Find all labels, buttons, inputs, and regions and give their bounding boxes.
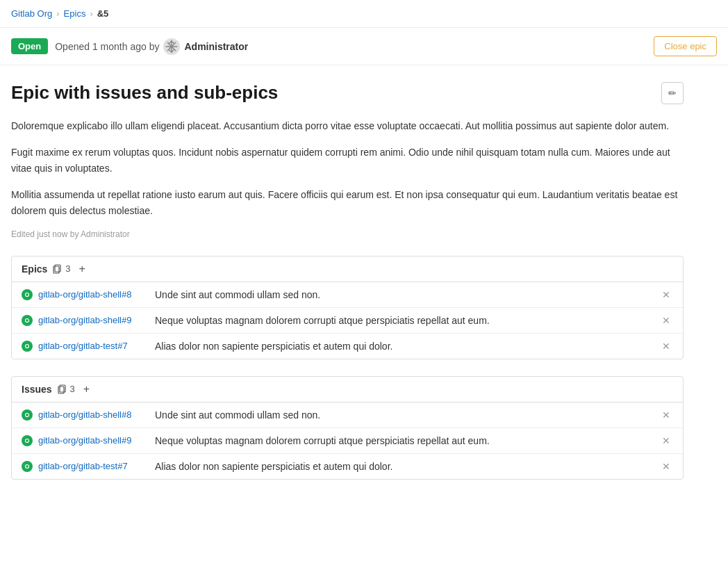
epics-count-badge: 3 [53, 263, 70, 274]
description-paragraph-3: Mollitia assumenda ut repellat ratione i… [11, 187, 684, 218]
item-ref[interactable]: gitlab-org/gitlab-shell#9 [38, 435, 149, 446]
item-status-icon [22, 435, 33, 446]
opened-text-label: Opened 1 month ago by [55, 41, 159, 52]
header-left: Open Opened 1 month ago by [11, 38, 248, 55]
svg-point-19 [24, 412, 31, 418]
svg-point-23 [24, 463, 31, 470]
opened-meta: Opened 1 month ago by [55, 38, 248, 55]
epic-title: Epic with issues and sub-epics [11, 82, 278, 104]
svg-point-21 [24, 437, 31, 444]
item-title: Neque voluptas magnam dolorem corrupti a… [155, 315, 654, 326]
add-epic-button[interactable]: + [76, 263, 88, 275]
remove-item-button[interactable]: ✕ [659, 409, 673, 421]
list-item: gitlab-org/gitlab-shell#9 Neque voluptas… [12, 428, 683, 454]
item-ref[interactable]: gitlab-org/gitlab-shell#9 [38, 315, 149, 325]
breadcrumb-gitlab-org[interactable]: Gitlab Org [11, 8, 52, 19]
description-paragraph-2: Fugit maxime ex rerum voluptas quos. Inc… [11, 145, 684, 176]
item-status-icon [22, 461, 33, 472]
copy-icon [58, 384, 67, 394]
list-item: gitlab-org/gitlab-shell#9 Neque voluptas… [12, 308, 683, 334]
item-status-icon [22, 289, 33, 300]
author-name: Administrator [184, 41, 248, 52]
issues-section: Issues 3 + gitlab-org/gitlab-shell# [11, 376, 684, 480]
item-status-icon [22, 341, 33, 352]
issues-section-header: Issues 3 + [12, 377, 683, 402]
list-item: gitlab-org/gitlab-test#7 Alias dolor non… [12, 334, 683, 359]
remove-item-button[interactable]: ✕ [659, 461, 673, 472]
issues-count: 3 [70, 384, 75, 394]
item-ref[interactable]: gitlab-org/gitlab-shell#8 [38, 409, 149, 420]
item-title: Unde sint aut commodi ullam sed non. [155, 409, 654, 421]
remove-item-button[interactable]: ✕ [659, 341, 673, 352]
epic-title-row: Epic with issues and sub-epics ✏ [11, 82, 684, 104]
close-epic-button[interactable]: Close epic [654, 36, 717, 56]
item-status-icon [22, 409, 33, 421]
edit-button[interactable]: ✏ [661, 82, 684, 104]
item-ref[interactable]: gitlab-org/gitlab-test#7 [38, 341, 149, 351]
svg-point-13 [24, 317, 31, 324]
item-title: Alias dolor non sapiente perspiciatis et… [155, 461, 654, 472]
breadcrumb: Gitlab Org › Epics › &5 [0, 0, 728, 28]
breadcrumb-epics[interactable]: Epics [64, 8, 86, 19]
avatar [163, 38, 180, 55]
open-badge: Open [11, 38, 48, 54]
header-bar: Open Opened 1 month ago by [0, 28, 728, 65]
item-ref[interactable]: gitlab-org/gitlab-shell#8 [38, 289, 149, 300]
epics-section: Epics 3 + gitlab-org/gitlab-shell#8 [11, 256, 684, 359]
svg-point-11 [24, 291, 31, 298]
breadcrumb-sep-2: › [90, 8, 92, 19]
item-ref[interactable]: gitlab-org/gitlab-test#7 [38, 461, 149, 471]
list-item: gitlab-org/gitlab-shell#8 Unde sint aut … [12, 402, 683, 428]
issues-list: gitlab-org/gitlab-shell#8 Unde sint aut … [12, 402, 683, 479]
edited-text: Edited just now by Administrator [11, 229, 684, 239]
epics-section-header: Epics 3 + [12, 257, 683, 282]
item-title: Alias dolor non sapiente perspiciatis et… [155, 341, 654, 352]
issues-count-badge: 3 [58, 384, 75, 394]
remove-item-button[interactable]: ✕ [659, 435, 673, 446]
epics-count: 3 [65, 263, 70, 274]
item-title: Neque voluptas magnam dolorem corrupti a… [155, 435, 654, 446]
pencil-icon: ✏ [668, 88, 677, 99]
remove-item-button[interactable]: ✕ [659, 289, 673, 300]
description-paragraph-1: Doloremque explicabo illo ullam eligendi… [11, 118, 684, 133]
epics-list: gitlab-org/gitlab-shell#8 Unde sint aut … [12, 282, 683, 359]
item-title: Unde sint aut commodi ullam sed non. [155, 289, 654, 300]
breadcrumb-current: &5 [97, 8, 109, 19]
main-content: Epic with issues and sub-epics ✏ Dolorem… [0, 65, 695, 513]
svg-point-15 [24, 343, 31, 350]
copy-icon [53, 264, 63, 274]
list-item: gitlab-org/gitlab-shell#8 Unde sint aut … [12, 282, 683, 308]
epics-label: Epics [22, 263, 47, 275]
remove-item-button[interactable]: ✕ [659, 315, 673, 326]
breadcrumb-sep-1: › [56, 8, 59, 19]
list-item: gitlab-org/gitlab-test#7 Alias dolor non… [12, 454, 683, 479]
item-status-icon [22, 315, 33, 326]
add-issue-button[interactable]: + [81, 384, 92, 395]
issues-label: Issues [22, 384, 52, 395]
